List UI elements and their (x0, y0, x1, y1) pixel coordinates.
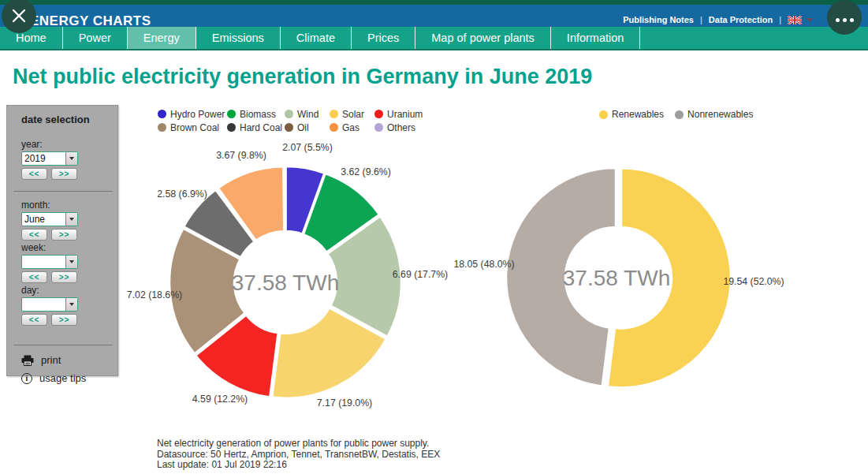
week-prev-button[interactable]: << (21, 271, 47, 283)
slice-label-wind: 6.69 (17.7%) (393, 269, 448, 280)
month-label: month: (21, 200, 117, 211)
chart-footnote: Net electricity generation of power plan… (157, 439, 440, 471)
day-next-button[interactable]: >> (51, 314, 77, 326)
tab-information[interactable]: Information (551, 27, 641, 49)
publishing-notes-link[interactable]: Publishing Notes (623, 15, 694, 24)
ellipsis-icon (836, 18, 854, 22)
more-options-button[interactable] (827, 0, 862, 35)
date-selection-panel: date selection year: 2019 << >> month: J… (6, 105, 118, 376)
generation-donut-chart: 2.07 (5.5%)3.62 (9.6%)6.69 (17.7%)7.17 (… (126, 103, 457, 434)
slice-label-uranium: 4.59 (12.2%) (192, 394, 248, 405)
uk-flag-icon[interactable] (788, 16, 802, 24)
link-separator: | (700, 15, 702, 24)
tab-prices[interactable]: Prices (352, 27, 415, 49)
week-label: week: (21, 242, 117, 253)
slice-label-nonrenewables: 18.05 (48.0%) (453, 259, 514, 270)
slice-label-hard-coal: 2.58 (6.9%) (157, 188, 207, 200)
tab-map-of-power-plants[interactable]: Map of power plants (415, 27, 551, 49)
donut-center-total: 37.58 TWh (232, 271, 339, 295)
year-next-button[interactable]: >> (51, 168, 77, 180)
close-icon (11, 8, 27, 24)
slice-label-solar: 7.17 (19.0%) (317, 397, 372, 409)
renewables-donut-chart: 19.54 (52.0%)18.05 (48.0%)37.58 TWh (441, 103, 812, 434)
week-next-button[interactable]: >> (51, 271, 77, 283)
link-separator: | (779, 15, 781, 24)
main-nav: HomePowerEnergyEmissionsClimatePricesMap… (0, 27, 868, 50)
header-bar: ENERGY CHARTS Publishing Notes | Data Pr… (0, 5, 868, 27)
info-icon: i (21, 373, 32, 384)
year-label: year: (21, 139, 117, 150)
header-links: Publishing Notes | Data Protection | (623, 15, 813, 24)
print-label: print (41, 354, 61, 366)
slice-label-renewables: 19.54 (52.0%) (723, 276, 784, 287)
printer-icon (21, 355, 34, 366)
print-button[interactable]: print (21, 354, 117, 366)
tab-climate[interactable]: Climate (281, 27, 352, 49)
page-title: Net public electricity generation in Ger… (13, 65, 592, 89)
chevron-down-icon[interactable] (65, 256, 77, 268)
usage-tips-button[interactable]: i usage tips (21, 372, 117, 384)
month-prev-button[interactable]: << (21, 229, 47, 241)
tab-emissions[interactable]: Emissions (196, 27, 281, 49)
chevron-down-icon[interactable] (65, 152, 77, 165)
year-select[interactable]: 2019 (21, 151, 78, 166)
chevron-down-icon[interactable] (65, 298, 77, 311)
pie-slice-others[interactable] (284, 166, 285, 231)
tab-power[interactable]: Power (63, 27, 128, 49)
day-prev-button[interactable]: << (21, 314, 47, 326)
day-select[interactable] (21, 297, 78, 312)
energy-charts-app: ENERGY CHARTS Publishing Notes | Data Pr… (0, 0, 868, 474)
month-select-value: June (22, 214, 65, 225)
slice-label-biomass: 3.62 (9.6%) (341, 166, 391, 177)
language-dropdown-caret-icon[interactable] (807, 18, 813, 22)
day-label: day: (21, 285, 117, 296)
slice-label-brown-coal: 7.02 (18.6%) (127, 289, 182, 300)
usage-tips-label: usage tips (39, 372, 86, 384)
panel-divider (13, 345, 113, 345)
month-select[interactable]: June (21, 212, 78, 226)
donut-center-total: 37.58 TWh (563, 266, 670, 290)
footnote-line: Net electricity generation of power plan… (157, 439, 440, 450)
year-prev-button[interactable]: << (21, 168, 47, 180)
year-select-value: 2019 (22, 153, 65, 164)
footnote-line: Datasource: 50 Hertz, Amprion, Tennet, T… (157, 450, 440, 461)
month-next-button[interactable]: >> (51, 229, 77, 241)
data-protection-link[interactable]: Data Protection (709, 15, 773, 24)
week-select[interactable] (21, 255, 78, 269)
slice-label-gas: 3.67 (9.8%) (216, 150, 266, 161)
footnote-line: Last update: 01 Jul 2019 22:16 (157, 460, 440, 471)
panel-title: date selection (21, 114, 117, 125)
slice-label-hydro-power: 2.07 (5.5%) (282, 142, 333, 153)
tab-energy[interactable]: Energy (128, 27, 196, 49)
chevron-down-icon[interactable] (65, 213, 77, 226)
panel-divider (13, 191, 113, 192)
close-button[interactable] (2, 0, 36, 33)
